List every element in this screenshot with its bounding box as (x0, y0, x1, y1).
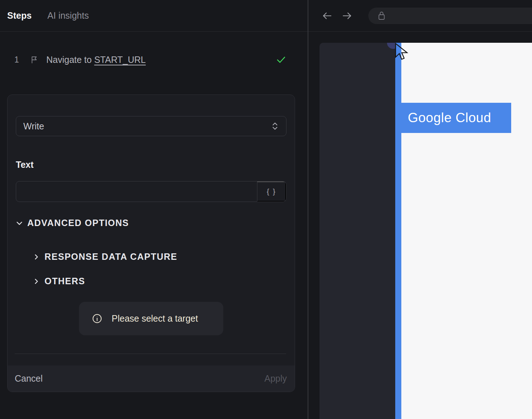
page-dark-panel (319, 43, 395, 419)
cancel-button[interactable]: Cancel (15, 373, 43, 384)
page-headline: Google Cloud (408, 110, 491, 125)
insert-variable-button[interactable]: { } (257, 181, 286, 202)
browser-viewport: Google Cloud (308, 32, 532, 419)
page-screenshot[interactable]: Google Cloud (319, 43, 532, 419)
text-input[interactable] (16, 181, 257, 202)
step-action-text: Navigate to (46, 55, 94, 65)
response-data-capture-toggle[interactable]: RESPONSE DATA CAPTURE (33, 252, 177, 262)
flag-icon (30, 55, 39, 64)
command-select-value: Write (23, 121, 44, 132)
browser-toolbar (308, 0, 532, 32)
lock-icon (378, 10, 386, 21)
chevron-down-icon (15, 219, 23, 227)
advanced-options-label: ADVANCED OPTIONS (27, 218, 129, 228)
browser-panel: Google Cloud (308, 0, 532, 419)
others-label: OTHERS (45, 276, 85, 286)
step-editor-card: Write Text { } ADVANCED OPTIONS (7, 95, 295, 392)
chevron-right-icon (33, 277, 40, 285)
mouse-cursor-icon (395, 43, 410, 63)
highlight-strip (395, 43, 401, 419)
others-toggle[interactable]: OTHERS (33, 276, 85, 286)
editor-footer: Cancel Apply (8, 365, 295, 392)
chevron-right-icon (33, 253, 40, 261)
command-select[interactable]: Write (16, 116, 286, 136)
tab-ai-insights[interactable]: AI insights (47, 10, 89, 21)
text-field-label: Text (16, 160, 34, 170)
page-content-area (401, 43, 532, 419)
footer-divider (15, 354, 286, 354)
panel-tabs: Steps AI insights (0, 0, 308, 32)
info-icon (92, 313, 102, 324)
select-target-notice: Please select a target (79, 302, 223, 335)
text-input-group: { } (16, 181, 286, 202)
step-row[interactable]: 1 Navigate to START_URL (14, 52, 286, 67)
check-success-icon (276, 54, 286, 65)
response-data-capture-label: RESPONSE DATA CAPTURE (45, 252, 177, 262)
highlighted-element[interactable]: Google Cloud (401, 103, 511, 133)
tab-steps[interactable]: Steps (7, 10, 32, 21)
back-button[interactable] (321, 10, 333, 23)
select-caret-icon (271, 121, 279, 131)
step-number: 1 (14, 55, 19, 65)
url-bar[interactable] (368, 8, 532, 24)
step-target-link[interactable]: START_URL (94, 55, 146, 65)
advanced-options-toggle[interactable]: ADVANCED OPTIONS (15, 218, 129, 228)
notice-text: Please select a target (112, 313, 198, 324)
forward-button[interactable] (341, 10, 353, 23)
steps-panel: Steps AI insights 1 Navigate to START_UR… (0, 0, 308, 419)
apply-button[interactable]: Apply (264, 373, 287, 384)
step-title: Navigate to START_URL (46, 55, 146, 65)
